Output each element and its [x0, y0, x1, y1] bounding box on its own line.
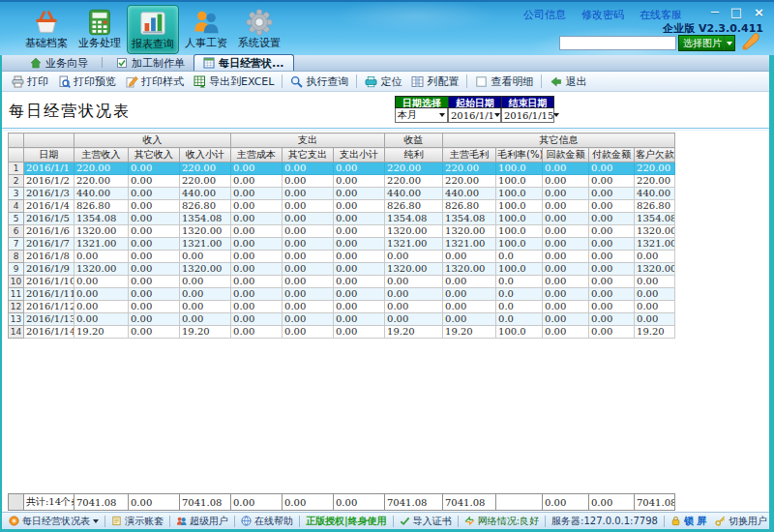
table-row[interactable]: 102016/1/100.000.000.000.000.000.000.000… [9, 276, 675, 288]
tab-work-order[interactable]: 加工制作单 [107, 55, 194, 71]
horn-notification-icon[interactable] [739, 31, 761, 52]
table-cell: 1354.08 [635, 213, 675, 225]
filter-end-date-select[interactable]: 2016/1/15 [501, 108, 554, 123]
table-row[interactable]: 92016/1/91320.000.001320.000.000.000.001… [9, 263, 675, 276]
select-image-label: 选择图片 [683, 37, 722, 50]
table-row[interactable]: 12016/1/1220.000.00220.000.000.000.00220… [9, 163, 675, 175]
status-separator [664, 516, 665, 527]
select-image-button[interactable]: 选择图片 [678, 35, 735, 51]
table-row[interactable]: 142016/1/1419.200.0019.200.000.000.0019.… [9, 326, 675, 339]
table-cell: 0.0 [496, 276, 543, 288]
query-icon [290, 75, 303, 88]
print-preview-button[interactable]: 打印预览 [53, 73, 121, 91]
column-config-button[interactable]: 列配置 [406, 73, 463, 91]
status-online-help[interactable]: 在线帮助 [241, 515, 293, 528]
table-row[interactable]: 52016/1/51354.080.001354.080.000.000.001… [9, 213, 675, 225]
page-title: 每日经营状况表 [9, 102, 131, 122]
table-cell: 0.00 [635, 251, 675, 263]
status-import-cert[interactable]: 导入证书 [400, 515, 452, 528]
group-header: 收入 [74, 133, 231, 148]
table-row[interactable]: 22016/1/2220.000.00220.000.000.000.00220… [9, 175, 675, 188]
top-links: 公司信息修改密码在线客服 [523, 8, 682, 22]
table-cell: 0.00 [129, 175, 180, 188]
status-switch-user[interactable]: 切换用户 [715, 515, 767, 528]
table-cell: 0.00 [589, 288, 635, 301]
table-cell: 220.00 [635, 175, 675, 188]
status-bar: 每日经营状况表演示账套超级用户在线帮助正版授权|终身使用导入证书网络情况:良好服… [2, 512, 769, 529]
print-style-button[interactable]: 打印样式 [121, 73, 189, 91]
table-row[interactable]: 42016/1/4826.800.00826.800.000.000.00826… [9, 200, 675, 213]
table-cell: 0.00 [129, 188, 180, 200]
table-cell: 0.00 [129, 301, 180, 313]
top-link-0[interactable]: 公司信息 [523, 8, 566, 22]
select-image-dropdown[interactable] [724, 36, 732, 50]
table-cell: 220.00 [180, 175, 231, 188]
table-cell: 100.0 [496, 200, 543, 213]
nav-item-report-query[interactable]: 报表查询 [127, 5, 179, 54]
filter-end-date-header: 结束日期 [501, 96, 554, 108]
nav-item-label: 人事工资 [180, 37, 232, 50]
print-button[interactable]: 打印 [7, 73, 53, 91]
status-report-selector[interactable]: 每日经营状况表 [9, 515, 99, 528]
table-cell: 0.00 [589, 313, 635, 326]
nav-item-business-process[interactable]: 业务处理 [74, 5, 126, 54]
table-cell: 0.00 [129, 225, 180, 238]
table-cell: 0.00 [334, 301, 385, 313]
table-cell: 1354.08 [74, 213, 129, 225]
status-demo-account[interactable]: 演示账套 [111, 515, 164, 528]
column-header: 日期 [24, 148, 74, 163]
tab-business-wizard[interactable]: 业务向导 [21, 55, 97, 71]
table-cell: 0.00 [589, 188, 635, 200]
table-cell: 0.00 [283, 288, 334, 301]
table-cell: 0.00 [231, 313, 283, 326]
summary-cell: 0.00 [129, 494, 180, 511]
table-cell: 100.0 [496, 213, 543, 225]
table-row[interactable]: 122016/1/120.000.000.000.000.000.000.000… [9, 301, 675, 313]
maximize-button[interactable]: □ [730, 5, 742, 19]
locate-button[interactable]: 定位 [360, 73, 406, 91]
top-link-1[interactable]: 修改密码 [581, 8, 624, 22]
toolbar-button-label: 打印 [27, 74, 48, 89]
table-cell: 440.00 [180, 188, 231, 200]
status-switch-user-label: 切换用户 [729, 515, 767, 528]
nav-item-label: 系统设置 [233, 37, 285, 50]
table-cell: 0.00 [589, 301, 635, 313]
status-lock-screen[interactable]: 锁屏 [670, 515, 709, 528]
table-cell: 0.00 [543, 225, 589, 238]
table-row[interactable]: 132016/1/130.000.000.000.000.000.000.000… [9, 313, 675, 326]
row-number: 9 [9, 263, 24, 276]
table-cell: 220.00 [443, 163, 496, 175]
table-row[interactable]: 62016/1/61320.000.001320.000.000.000.001… [9, 225, 675, 238]
table-cell: 1320.00 [443, 225, 496, 238]
run-query-button[interactable]: 执行查询 [285, 73, 353, 91]
filter-start-date-select[interactable]: 2016/1/1 [448, 108, 501, 123]
view-detail-button[interactable]: 查看明细 [470, 73, 538, 91]
close-button[interactable]: × [754, 5, 764, 19]
table-cell: 0.00 [129, 251, 180, 263]
table-cell: 0.00 [74, 288, 129, 301]
export-excel-button[interactable]: 导出到EXCEL [189, 73, 279, 91]
table-row[interactable]: 112016/1/110.000.000.000.000.000.000.000… [9, 288, 675, 301]
exit-button[interactable]: 退出 [545, 73, 591, 91]
filter-date-range-select[interactable]: 本月 [395, 108, 448, 123]
home-icon [30, 57, 42, 69]
chevron-down-icon [553, 113, 559, 117]
summary-cell: 7041.08 [635, 494, 675, 511]
minimize-button[interactable]: ─ [711, 5, 719, 19]
table-cell: 0.00 [283, 163, 334, 175]
top-link-2[interactable]: 在线客服 [640, 8, 682, 22]
nav-item-base-archive[interactable]: 基础档案 [20, 5, 73, 54]
image-search-input[interactable] [559, 36, 676, 50]
table-cell: 0.00 [334, 200, 385, 213]
nav-item-hr-payroll[interactable]: 人事工资 [180, 5, 232, 54]
exit-icon [550, 75, 562, 88]
tab-daily-report[interactable]: 每日经营状... [194, 54, 294, 71]
table-cell: 1320.00 [385, 225, 443, 238]
table-row[interactable]: 32016/1/3440.000.00440.000.000.000.00440… [9, 188, 675, 200]
table-row[interactable]: 72016/1/71321.000.001321.000.000.000.001… [9, 238, 675, 251]
table-row[interactable]: 82016/1/80.000.000.000.000.000.000.000.0… [9, 251, 675, 263]
summary-cell: 7041.08 [74, 494, 129, 511]
toolbar-separator [466, 74, 467, 88]
corner-header [9, 133, 24, 148]
nav-item-system-settings[interactable]: 系统设置 [233, 5, 285, 54]
